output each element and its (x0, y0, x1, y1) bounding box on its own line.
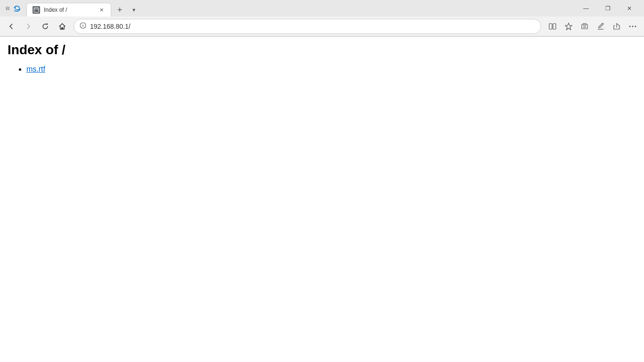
collections-button[interactable] (577, 19, 592, 34)
address-bar[interactable]: 192.168.80.1/ (74, 19, 541, 34)
svg-rect-2 (61, 27, 63, 29)
tab-favicon (33, 6, 40, 14)
page-heading: Index of / (8, 42, 636, 58)
notes-button[interactable] (593, 19, 608, 34)
minimize-button[interactable]: — (575, 0, 597, 16)
browser-chrome: ⊟ Index of / ✕ + ▾ (0, 0, 644, 37)
svg-rect-7 (553, 24, 556, 29)
new-tab-button[interactable]: + (113, 3, 126, 16)
address-text: 192.168.80.1/ (90, 23, 535, 30)
refresh-button[interactable] (38, 19, 53, 34)
active-tab[interactable]: Index of / ✕ (26, 3, 111, 16)
title-bar: ⊟ Index of / ✕ + ▾ (0, 0, 644, 16)
reader-view-button[interactable] (545, 19, 560, 34)
taskbar-switch-icon[interactable]: ⊟ (4, 5, 11, 12)
window-controls: — ❒ ✕ (575, 0, 640, 16)
tab-title: Index of / (44, 7, 94, 13)
security-info-icon[interactable] (80, 22, 86, 30)
close-button[interactable]: ✕ (619, 0, 640, 16)
file-list: ms.rtf (8, 65, 636, 74)
back-button[interactable] (4, 19, 19, 34)
svg-point-13 (635, 25, 636, 27)
svg-point-5 (83, 24, 83, 25)
more-button[interactable] (625, 19, 640, 34)
file-list-item: ms.rtf (26, 65, 636, 74)
svg-rect-0 (34, 8, 39, 12)
tabs-dropdown-button[interactable]: ▾ (127, 3, 140, 16)
svg-point-12 (632, 25, 634, 27)
navigation-bar: 192.168.80.1/ (0, 16, 644, 36)
svg-point-11 (629, 25, 631, 27)
svg-rect-6 (549, 24, 552, 29)
file-link-ms-rtf[interactable]: ms.rtf (26, 65, 45, 73)
taskbar-icons: ⊟ (4, 5, 21, 12)
home-button[interactable] (55, 19, 70, 34)
taskbar-edge-icon[interactable] (13, 5, 21, 12)
tabs-container: Index of / ✕ + ▾ (26, 0, 571, 16)
nav-toolbar-right (545, 19, 640, 34)
favorites-button[interactable] (561, 19, 576, 34)
share-button[interactable] (609, 19, 624, 34)
page-content: Index of / ms.rtf (0, 37, 644, 362)
maximize-button[interactable]: ❒ (597, 0, 619, 16)
forward-button[interactable] (21, 19, 36, 34)
tab-close-button[interactable]: ✕ (98, 6, 105, 14)
